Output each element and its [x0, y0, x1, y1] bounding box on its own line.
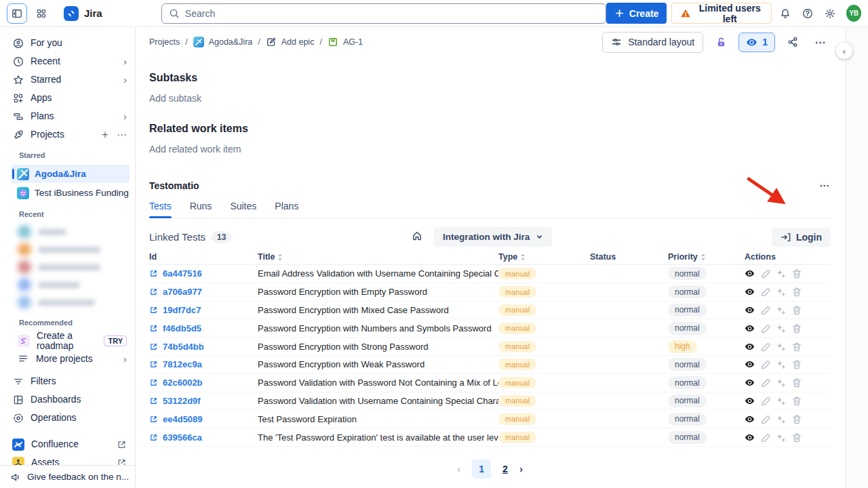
breadcrumb-issue[interactable]: AG-1	[328, 37, 363, 47]
view-test-button[interactable]	[745, 359, 755, 369]
view-test-button[interactable]	[745, 305, 755, 315]
home-button[interactable]	[410, 230, 424, 244]
sidebar-item-recent[interactable]: Recent›	[0, 52, 135, 70]
delete-test-button[interactable]	[791, 414, 802, 424]
delete-test-button[interactable]	[791, 287, 802, 297]
test-id-link[interactable]: 6a447516	[149, 268, 258, 279]
delete-test-button[interactable]	[791, 268, 802, 279]
search-box[interactable]	[161, 3, 606, 24]
view-test-button[interactable]	[745, 414, 755, 424]
tab-runs[interactable]: Runs	[190, 201, 212, 218]
settings-button[interactable]	[821, 3, 839, 24]
edit-test-button[interactable]	[760, 432, 770, 443]
pagination-next-button[interactable]: ›	[519, 463, 523, 474]
sidebar-item-create-a-roadmap[interactable]: Create a roadmapTRY	[0, 331, 135, 350]
edit-test-button[interactable]	[760, 396, 770, 406]
pagination-page-1[interactable]: 1	[472, 460, 491, 479]
search-input[interactable]	[185, 8, 599, 19]
ai-test-button[interactable]	[776, 432, 786, 443]
delete-test-button[interactable]	[791, 342, 802, 352]
watchers-button[interactable]: 1	[738, 33, 775, 52]
help-button[interactable]	[799, 3, 816, 24]
sidebar-recent-item-5[interactable]	[0, 293, 135, 311]
delete-test-button[interactable]	[791, 432, 802, 443]
test-id-link[interactable]: a706a977	[149, 287, 258, 297]
sidebar-recent-item-3[interactable]	[0, 258, 135, 276]
page-more-button[interactable]: ⋯	[810, 32, 831, 52]
test-id-link[interactable]: 62c6002b	[149, 378, 258, 388]
delete-test-button[interactable]	[791, 359, 802, 369]
test-id-link[interactable]: ee4d5089	[149, 414, 258, 424]
ai-test-button[interactable]	[776, 287, 786, 297]
ai-test-button[interactable]	[776, 268, 786, 279]
test-id-link[interactable]: f46db5d5	[149, 323, 258, 333]
ai-test-button[interactable]	[776, 342, 786, 352]
test-id-link[interactable]: 19df7dc7	[149, 305, 258, 315]
ai-test-button[interactable]	[776, 396, 786, 406]
edit-test-button[interactable]	[760, 414, 770, 424]
sidebar-item-more-projects[interactable]: More projects›	[0, 350, 135, 368]
add-subtask-link[interactable]: Add subtask	[149, 93, 201, 104]
test-id-link[interactable]: 639566ca	[149, 432, 258, 443]
delete-test-button[interactable]	[791, 396, 802, 406]
tab-tests[interactable]: Tests	[149, 201, 172, 218]
view-test-button[interactable]	[745, 287, 755, 297]
breadcrumb-add-epic[interactable]: Add epic	[266, 37, 315, 47]
feedback-button[interactable]: Give feedback on the n...	[0, 465, 135, 488]
add-project-button[interactable]: +	[102, 129, 108, 140]
sidebar-item-starred[interactable]: Starred›	[0, 70, 135, 89]
view-test-button[interactable]	[745, 342, 755, 352]
edit-test-button[interactable]	[760, 378, 770, 388]
ai-test-button[interactable]	[776, 305, 786, 315]
ai-test-button[interactable]	[776, 414, 786, 424]
share-button[interactable]	[783, 32, 803, 52]
pagination-page-2[interactable]: 2	[502, 464, 508, 474]
avatar[interactable]: YB	[846, 5, 861, 22]
edit-test-button[interactable]	[760, 323, 770, 333]
view-test-button[interactable]	[745, 396, 755, 406]
edit-test-button[interactable]	[760, 268, 770, 279]
delete-test-button[interactable]	[791, 378, 802, 388]
test-id-link[interactable]: 7812ec9a	[149, 359, 258, 369]
sidebar-project-test-ibusiness-funding[interactable]: Test iBusiness Funding	[11, 184, 130, 202]
sidebar-item-dashboards[interactable]: Dashboards	[0, 390, 135, 409]
collapse-panel-button[interactable]: ‹	[836, 43, 852, 59]
sidebar-item-filters[interactable]: Filters	[0, 372, 135, 390]
sidebar-toggle-button[interactable]	[7, 3, 27, 24]
sidebar-recent-item-1[interactable]	[0, 223, 135, 241]
ai-test-button[interactable]	[776, 323, 786, 333]
project-dropdown[interactable]: Integration with Jira	[434, 227, 552, 247]
column-header-type[interactable]: Type	[498, 252, 590, 262]
edit-test-button[interactable]	[760, 342, 770, 352]
sidebar-item-projects[interactable]: Projects+⋯	[0, 125, 135, 144]
breadcrumb-project[interactable]: Agoda&Jira	[193, 37, 253, 47]
app-switcher-button[interactable]	[31, 3, 52, 24]
view-test-button[interactable]	[745, 268, 755, 279]
login-button[interactable]: Login	[772, 228, 831, 247]
tab-plans[interactable]: Plans	[275, 201, 298, 218]
edit-test-button[interactable]	[760, 287, 770, 297]
projects-more-button[interactable]: ⋯	[117, 129, 127, 140]
sidebar-item-plans[interactable]: Plans›	[0, 107, 135, 125]
test-id-link[interactable]: 74b5d4bb	[149, 342, 258, 352]
sidebar-item-apps[interactable]: Apps	[0, 89, 135, 107]
ai-test-button[interactable]	[776, 359, 786, 369]
view-test-button[interactable]	[745, 378, 755, 388]
limited-users-button[interactable]: Limited users left	[671, 3, 772, 24]
tab-suites[interactable]: Suites	[230, 201, 256, 218]
edit-test-button[interactable]	[760, 359, 770, 369]
notifications-button[interactable]	[776, 3, 794, 24]
add-related-item-link[interactable]: Add related work item	[149, 144, 241, 155]
sidebar-recent-item-2[interactable]	[0, 241, 135, 258]
sidebar-recent-item-4[interactable]	[0, 276, 135, 293]
column-header-title[interactable]: Title	[258, 252, 498, 262]
standard-layout-button[interactable]: Standard layout	[602, 32, 703, 53]
sidebar-item-operations[interactable]: Operations	[0, 409, 135, 427]
pagination-prev-button[interactable]: ‹	[457, 463, 460, 474]
view-test-button[interactable]	[745, 323, 755, 333]
create-button[interactable]: Create	[606, 3, 667, 24]
unlock-button[interactable]	[711, 32, 731, 52]
breadcrumb-projects[interactable]: Projects	[149, 37, 180, 47]
ai-test-button[interactable]	[776, 378, 786, 388]
sidebar-item-for-you[interactable]: For you	[0, 34, 135, 52]
